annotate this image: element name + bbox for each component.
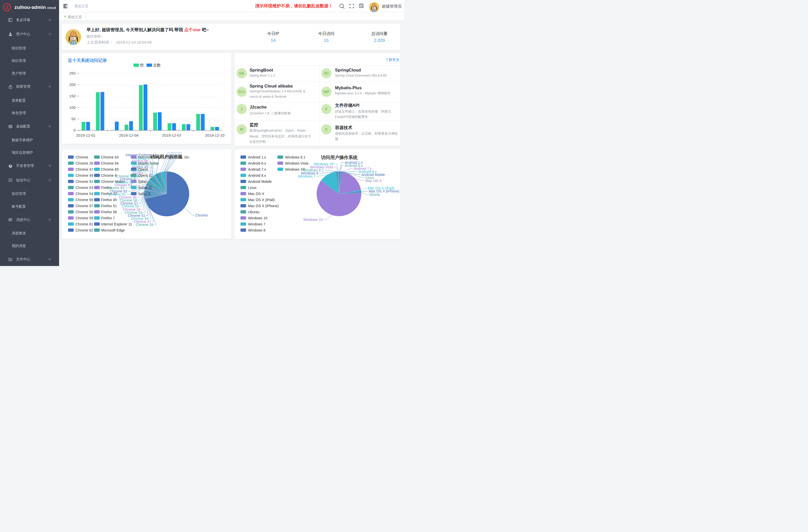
svg-text:Chrome 54: Chrome 54 xyxy=(76,192,93,196)
svg-text:50: 50 xyxy=(71,117,76,121)
svg-text:Microsoft Edge: Microsoft Edge xyxy=(101,228,125,232)
svg-text:Chrome 65: Chrome 65 xyxy=(101,167,119,171)
svg-text:Internet Explorer 11: Internet Explorer 11 xyxy=(126,153,157,157)
svg-text:2019-12-07: 2019-12-07 xyxy=(162,133,182,137)
svg-text:Windows 7: Windows 7 xyxy=(298,174,315,178)
svg-text:Chrome 59: Chrome 59 xyxy=(76,216,93,220)
svg-text:Mac OS X: Mac OS X xyxy=(248,192,264,196)
svg-text:Firefox 7: Firefox 7 xyxy=(136,157,150,161)
svg-text:Firefox 42: Firefox 42 xyxy=(131,169,146,173)
svg-text:Chrome 58: Chrome 58 xyxy=(76,210,93,214)
svg-text:Internet Explorer 11: Internet Explorer 11 xyxy=(101,222,132,226)
svg-text:Chrome 53: Chrome 53 xyxy=(76,186,93,190)
svg-text:Mac OS X (iPhone): Mac OS X (iPhone) xyxy=(248,204,279,208)
svg-text:2019-12-01: 2019-12-01 xyxy=(76,133,96,137)
svg-text:Android 7.x: Android 7.x xyxy=(248,167,266,171)
svg-text:Chrome 61: Chrome 61 xyxy=(76,222,93,226)
svg-text:Chrome 62: Chrome 62 xyxy=(76,228,93,232)
svg-text:Chrome 51: Chrome 51 xyxy=(76,180,93,184)
svg-text:Chrome 57: Chrome 57 xyxy=(76,204,93,208)
svg-text:Firefox 56: Firefox 56 xyxy=(101,210,117,214)
svg-text:Chrome 63: Chrome 63 xyxy=(101,155,119,159)
svg-text:Linux: Linux xyxy=(248,186,256,190)
svg-text:Windows 8.1: Windows 8.1 xyxy=(285,155,305,159)
svg-text:访问用户操作系统: 访问用户操作系统 xyxy=(321,155,358,160)
svg-text:Firefox 7: Firefox 7 xyxy=(101,216,115,220)
svg-text:2019-12-04: 2019-12-04 xyxy=(119,133,139,137)
svg-text:Android 1.x: Android 1.x xyxy=(248,155,266,159)
svg-text:Chrome 8: Chrome 8 xyxy=(101,173,117,178)
svg-text:Windows 10: Windows 10 xyxy=(303,218,323,222)
svg-text:Windows XP: Windows XP xyxy=(285,167,305,171)
svg-text:Chrome 26: Chrome 26 xyxy=(76,161,93,165)
svg-text:总数: 总数 xyxy=(153,63,161,67)
svg-text:Mac OS X (iPad): Mac OS X (iPad) xyxy=(248,198,275,202)
svg-text:Windows Vista: Windows Vista xyxy=(285,161,308,165)
svg-text:Chrome: Chrome xyxy=(195,213,208,217)
svg-text:Firefox 51: Firefox 51 xyxy=(101,204,117,208)
svg-text:Ubuntu: Ubuntu xyxy=(248,210,259,214)
svg-text:2019-12-10: 2019-12-10 xyxy=(205,133,224,137)
svg-text:Android Mobile: Android Mobile xyxy=(248,180,272,184)
svg-text:Android 8.x: Android 8.x xyxy=(248,173,266,178)
svg-text:0: 0 xyxy=(74,128,76,132)
svg-text:Ubuntu: Ubuntu xyxy=(369,192,380,197)
svg-text:文: 文 xyxy=(362,3,363,6)
svg-text:Chrome 64: Chrome 64 xyxy=(101,161,119,165)
svg-text:Z: Z xyxy=(5,5,8,10)
svg-text:150: 150 xyxy=(69,94,76,98)
svg-text:Windows 7: Windows 7 xyxy=(248,222,265,226)
svg-text:Chrome: Chrome xyxy=(76,155,88,159)
svg-text:Android 6.x: Android 6.x xyxy=(248,161,266,165)
svg-text:近十天系统访问记录: 近十天系统访问记录 xyxy=(68,58,107,63)
svg-text:100: 100 xyxy=(69,105,76,110)
svg-text:Chrome 49: Chrome 49 xyxy=(76,173,93,178)
svg-text:250: 250 xyxy=(69,71,76,75)
svg-text:200: 200 xyxy=(69,82,76,87)
svg-text:您: 您 xyxy=(140,63,144,67)
svg-text:Mac OS X: Mac OS X xyxy=(365,179,382,183)
svg-text:Chrome 55: Chrome 55 xyxy=(76,198,93,202)
svg-text:Windows 8: Windows 8 xyxy=(248,228,265,232)
svg-text:Firefox 45: Firefox 45 xyxy=(101,198,117,202)
svg-text:Windows 10: Windows 10 xyxy=(248,216,267,220)
svg-text:Chrome 47: Chrome 47 xyxy=(76,167,93,171)
